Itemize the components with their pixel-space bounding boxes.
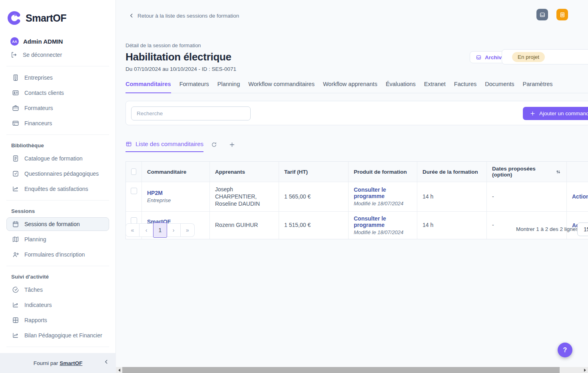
- pagination-prev-button[interactable]: ‹: [140, 223, 153, 237]
- table-row: HP2M Entreprise Joseph CHARPENTIER, Rose…: [126, 182, 588, 211]
- divider: [6, 66, 109, 66]
- sidebar-item-taches[interactable]: Tâches: [0, 282, 116, 297]
- refresh-icon: [211, 142, 217, 148]
- list-tab-commanditaires[interactable]: Liste des commanditaires: [126, 140, 203, 152]
- dates-cell: -: [487, 212, 567, 239]
- list-section-header: Liste des commanditaires: [126, 140, 235, 152]
- sort-icon[interactable]: [555, 169, 561, 175]
- tab-evaluations[interactable]: Évaluations: [386, 81, 416, 93]
- main-content: Retour à la liste des sessions de format…: [116, 0, 588, 373]
- tarif-cell: 1 515,00 €: [279, 212, 349, 239]
- produit-cell: Consulter le programme Modifié le 18/07/…: [349, 212, 417, 239]
- pagination-last-button[interactable]: »: [181, 223, 195, 237]
- tab-documents[interactable]: Documents: [485, 81, 514, 93]
- building-icon: [12, 74, 19, 81]
- pagination-next-button[interactable]: ›: [167, 223, 181, 237]
- row-actions-button[interactable]: Actions: [572, 193, 588, 200]
- status-badge: En projet: [512, 52, 545, 62]
- scrollbar-thumb[interactable]: [122, 367, 560, 373]
- back-label: Retour à la liste des sessions de format…: [138, 13, 239, 19]
- sidebar-item-logout[interactable]: Se déconnecter: [0, 47, 116, 62]
- tab-factures[interactable]: Factures: [454, 81, 476, 93]
- scroll-right-button[interactable]: [582, 367, 588, 373]
- page-size-select[interactable]: 15: [577, 223, 588, 236]
- sidebar-item-label: Formulaires d'inscription: [24, 251, 85, 258]
- sidebar-item-financeurs[interactable]: Financeurs: [0, 116, 116, 131]
- sidebar-item-sessions-formation[interactable]: Sessions de formation: [6, 217, 109, 231]
- pagination-summary: Montrer 1 à 2 des 2 lignes: [516, 226, 578, 232]
- search-input[interactable]: [131, 106, 251, 120]
- commanditaire-type: Entreprise: [147, 197, 204, 203]
- col-actions: [567, 162, 588, 182]
- row-checkbox[interactable]: [131, 188, 137, 194]
- form-button[interactable]: [556, 9, 568, 20]
- col-tarif: Tarif (HT): [279, 162, 349, 182]
- pagination-first-button[interactable]: «: [126, 223, 140, 237]
- sidebar-item-planning[interactable]: Planning: [0, 232, 116, 247]
- programme-link[interactable]: Consulter le programme: [354, 186, 412, 199]
- tab-commanditaires[interactable]: Commanditaires: [126, 81, 171, 93]
- user-row: AA Admin ADMIN: [10, 37, 116, 46]
- sidebar-item-formulaires[interactable]: Formulaires d'inscription: [0, 247, 116, 262]
- tab-planning[interactable]: Planning: [217, 81, 240, 93]
- archive-icon: [476, 54, 482, 60]
- sidebar-item-questionnaires[interactable]: Questionnaires pédagogiques: [0, 166, 116, 181]
- sidebar-item-label: Sessions de formation: [24, 221, 80, 227]
- page: SmartOF AA Admin ADMIN Se déconnecter En…: [0, 0, 588, 373]
- commanditaire-link[interactable]: HP2M: [147, 190, 204, 196]
- id-card-icon: [12, 89, 19, 96]
- title-block: Détail de la session de formation Habili…: [126, 42, 236, 72]
- tab-workflow-commanditaires[interactable]: Workflow commanditaires: [248, 81, 315, 93]
- sidebar-item-label: Rapports: [24, 317, 47, 323]
- list-section-title: Liste des commanditaires: [136, 140, 203, 147]
- col-produit: Produit de formation: [349, 162, 417, 182]
- tab-formateurs[interactable]: Formateurs: [179, 81, 209, 93]
- sidebar-item-contacts-clients[interactable]: Contacts clients: [0, 85, 116, 100]
- add-row-button[interactable]: [229, 141, 235, 148]
- pagination-page-1[interactable]: 1: [153, 223, 167, 238]
- produit-note: Modifié le 18/07/2024: [354, 229, 412, 235]
- tab-workflow-apprenants[interactable]: Workflow apprenants: [323, 81, 377, 93]
- sidebar-item-enquetes[interactable]: Enquêtes de satisfactions: [0, 181, 116, 197]
- sidebar-item-label: Questionnaires pédagogiques: [24, 170, 99, 177]
- status-select[interactable]: En projet: [502, 49, 588, 64]
- tab-extranet[interactable]: Extranet: [424, 81, 446, 93]
- sidebar-item-catalogue[interactable]: Catalogue de formation: [0, 151, 116, 166]
- user-plus-icon: [12, 251, 19, 258]
- sidebar-collapse-button[interactable]: [103, 359, 110, 366]
- triangle-left-icon: [118, 369, 120, 372]
- avatar: AA: [10, 37, 19, 46]
- sidebar-item-label: Planning: [24, 236, 46, 243]
- add-button-label: Ajouter un commanditaire: [539, 110, 588, 116]
- divider: [6, 134, 109, 135]
- divider: [6, 347, 109, 347]
- produit-cell: Consulter le programme Modifié le 18/07/…: [349, 182, 417, 211]
- inbox-icon: [539, 12, 546, 18]
- apprenants-cell: Joseph CHARPENTIER, Roseline DAUDIN: [210, 182, 279, 211]
- apprenants-cell: Rozenn GUIHUR: [210, 212, 279, 239]
- scroll-left-button[interactable]: [116, 367, 122, 373]
- table-grid-icon: [126, 141, 132, 147]
- page-subtitle: Détail de la session de formation: [126, 42, 236, 48]
- footer-brand-link[interactable]: SmartOF: [60, 360, 82, 366]
- refresh-button[interactable]: [211, 142, 217, 148]
- select-all-checkbox[interactable]: [131, 168, 136, 175]
- programme-link[interactable]: Consulter le programme: [354, 215, 412, 228]
- logout-icon: [10, 51, 18, 58]
- sidebar-item-rapports[interactable]: Rapports: [0, 313, 116, 328]
- help-button[interactable]: ?: [558, 343, 572, 357]
- sidebar-item-indicateurs[interactable]: Indicateurs: [0, 297, 116, 313]
- calendar-icon: [12, 221, 19, 228]
- sidebar-item-entreprises[interactable]: Entreprises: [0, 70, 116, 85]
- add-commanditaire-button[interactable]: Ajouter un commanditaire: [523, 107, 588, 120]
- tab-parametres[interactable]: Paramètres: [523, 81, 553, 93]
- inbox-button[interactable]: [536, 9, 548, 20]
- sidebar-item-bilan[interactable]: Bilan Pédagogique et Financier: [0, 328, 116, 343]
- back-link[interactable]: Retour à la liste des sessions de format…: [128, 12, 239, 19]
- select-all-cell: [126, 162, 142, 182]
- sidebar-item-label: Contacts clients: [24, 90, 64, 96]
- sidebar-item-label: Bilan Pédagogique et Financier: [24, 332, 102, 339]
- plus-icon: [229, 141, 235, 148]
- sidebar-item-formateurs[interactable]: Formateurs: [0, 100, 116, 116]
- col-commanditaire: Commanditaire: [142, 162, 210, 182]
